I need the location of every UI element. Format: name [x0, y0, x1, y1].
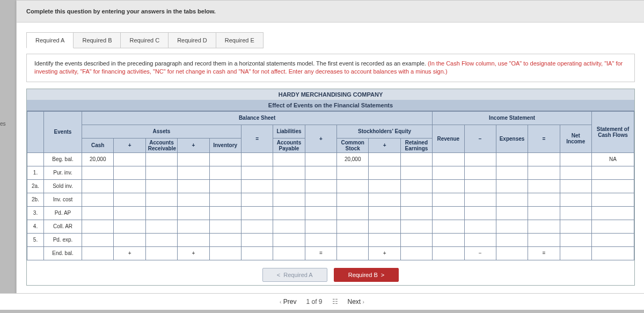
col-cash-flows: Statement of Cash Flows — [592, 111, 634, 152]
sign-cell — [464, 179, 496, 193]
input-cell[interactable] — [337, 206, 369, 220]
input-cell[interactable] — [82, 179, 114, 193]
input-cell[interactable] — [400, 220, 432, 233]
tab-required-d[interactable]: Required D — [168, 32, 216, 48]
input-cell[interactable] — [209, 206, 241, 220]
label-cell: Inv. cost — [44, 193, 82, 206]
question-card: Complete this question by entering your … — [16, 0, 644, 296]
tab-required-a[interactable]: Required A — [26, 32, 74, 48]
input-cell[interactable] — [560, 179, 591, 193]
input-cell[interactable] — [560, 193, 591, 206]
col-ar: Accounts Receivable — [145, 138, 177, 152]
input-cell[interactable] — [433, 166, 464, 179]
input-cell[interactable] — [82, 193, 114, 206]
input-cell[interactable] — [592, 220, 634, 233]
input-cell[interactable] — [560, 206, 591, 220]
input-cell[interactable] — [209, 233, 241, 246]
input-cell[interactable] — [592, 166, 634, 179]
input-cell[interactable] — [145, 179, 177, 193]
col-inventory: Inventory — [209, 138, 241, 152]
input-cell[interactable] — [145, 220, 177, 233]
input-cell[interactable] — [82, 206, 114, 220]
input-cell — [560, 152, 591, 166]
table-row: 1.Pur. inv. — [27, 166, 634, 179]
col-common-stock: Common Stock — [337, 138, 369, 152]
input-cell[interactable] — [82, 233, 114, 246]
input-cell[interactable] — [209, 166, 241, 179]
instruction-box: Identify the events described in the pre… — [26, 54, 635, 82]
input-cell — [496, 246, 528, 260]
input-cell[interactable] — [496, 179, 528, 193]
input-cell[interactable] — [433, 220, 464, 233]
input-cell[interactable] — [337, 220, 369, 233]
input-cell[interactable] — [273, 220, 305, 233]
input-cell[interactable] — [400, 193, 432, 206]
input-cell — [145, 246, 177, 260]
grid-icon[interactable]: ☷ — [332, 298, 338, 305]
input-cell[interactable] — [273, 233, 305, 246]
input-cell[interactable] — [496, 166, 528, 179]
sign-cell — [305, 193, 336, 206]
input-cell[interactable] — [433, 179, 464, 193]
input-cell[interactable] — [400, 233, 432, 246]
table-row: 4.Coll. AR — [27, 220, 634, 233]
col-liabilities: Liabilities — [273, 125, 305, 138]
input-cell[interactable] — [400, 179, 432, 193]
input-cell[interactable] — [82, 166, 114, 179]
input-cell[interactable] — [592, 233, 634, 246]
input-cell[interactable] — [496, 220, 528, 233]
input-cell[interactable] — [209, 193, 241, 206]
sign-eq: = — [241, 125, 273, 152]
input-cell[interactable] — [337, 166, 369, 179]
input-cell[interactable] — [273, 193, 305, 206]
input-cell[interactable] — [209, 220, 241, 233]
sign-cell — [241, 193, 273, 206]
pager-next[interactable]: Next › — [348, 298, 364, 305]
sign-cell — [114, 233, 145, 246]
sign-cell — [305, 166, 336, 179]
input-cell[interactable] — [337, 193, 369, 206]
input-cell[interactable] — [592, 206, 634, 220]
input-cell[interactable] — [145, 193, 177, 206]
input-cell[interactable] — [433, 193, 464, 206]
input-cell[interactable] — [209, 179, 241, 193]
col-balance-sheet: Balance Sheet — [82, 111, 433, 125]
input-cell[interactable] — [145, 166, 177, 179]
input-cell[interactable] — [145, 233, 177, 246]
input-cell[interactable] — [82, 220, 114, 233]
input-cell[interactable] — [496, 206, 528, 220]
input-cell[interactable] — [496, 233, 528, 246]
tab-required-c[interactable]: Required C — [120, 32, 169, 48]
subtitle: Effect of Events on the Financial Statem… — [27, 100, 634, 111]
input-cell[interactable] — [273, 206, 305, 220]
sign-cell — [178, 233, 209, 246]
label-cell: Pd. AP — [44, 206, 82, 220]
input-cell[interactable] — [560, 220, 591, 233]
pager-prev[interactable]: ‹ Prev — [280, 298, 296, 305]
input-cell[interactable] — [145, 206, 177, 220]
input-cell[interactable] — [496, 193, 528, 206]
input-cell[interactable] — [592, 193, 634, 206]
input-cell[interactable] — [560, 166, 591, 179]
input-cell[interactable] — [273, 166, 305, 179]
input-cell[interactable] — [592, 179, 634, 193]
tab-required-e[interactable]: Required E — [216, 32, 264, 48]
next-req-button[interactable]: Required B > — [334, 268, 399, 282]
input-cell[interactable] — [337, 233, 369, 246]
input-cell[interactable] — [273, 179, 305, 193]
input-cell[interactable] — [337, 179, 369, 193]
label-cell: Pd. exp. — [44, 233, 82, 246]
input-cell[interactable] — [400, 166, 432, 179]
sign-plus3: + — [178, 138, 209, 152]
input-cell[interactable] — [433, 206, 464, 220]
input-cell[interactable] — [433, 233, 464, 246]
table-row: 2b.Inv. cost — [27, 193, 634, 206]
sign-cell — [305, 220, 336, 233]
sign-cell — [369, 193, 400, 206]
tab-required-b[interactable]: Required B — [73, 32, 121, 48]
input-cell[interactable] — [400, 206, 432, 220]
input-cell[interactable] — [560, 233, 591, 246]
company-name: HARDY MERCHANDISING COMPANY — [27, 89, 634, 100]
prev-req-button[interactable]: < Required A — [262, 268, 327, 282]
col-expenses: Expenses — [496, 125, 528, 152]
